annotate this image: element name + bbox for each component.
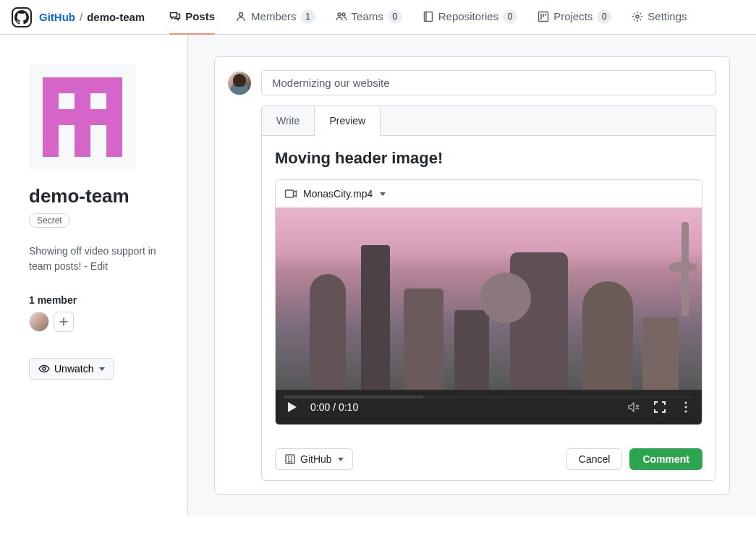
cancel-button[interactable]: Cancel [566, 448, 623, 470]
team-avatar [29, 64, 136, 171]
tab-settings[interactable]: Settings [632, 0, 687, 35]
unwatch-button[interactable]: Unwatch [29, 358, 114, 380]
team-sidebar: demo-team Secret Showing off video suppo… [0, 35, 188, 516]
video-filename: MonasCity.mp4 [303, 188, 373, 200]
more-vertical-icon[interactable] [679, 400, 693, 414]
github-logo-icon[interactable] [12, 7, 32, 27]
editor-footer: GitHub Cancel Comment [262, 438, 715, 480]
tab-write[interactable]: Write [262, 106, 315, 135]
video-controls: 0:00 / 0:10 [276, 390, 702, 424]
video-embed: MonasCity.mp4 [275, 179, 702, 425]
caret-down-icon [99, 367, 105, 371]
eye-icon [38, 363, 50, 375]
svg-point-6 [43, 367, 46, 370]
video-icon [284, 187, 297, 200]
tab-label: Projects [553, 10, 593, 22]
org-selector-button[interactable]: GitHub [275, 448, 353, 470]
tab-posts[interactable]: Posts [169, 0, 215, 35]
members-list [29, 312, 173, 332]
team-description[interactable]: Showing off video support in team posts!… [29, 244, 159, 274]
svg-rect-7 [286, 190, 294, 197]
tab-preview[interactable]: Preview [315, 106, 381, 136]
tab-label: Settings [647, 10, 687, 22]
gear-icon [632, 11, 643, 22]
preview-panel: Moving header image! MonasCity.mp4 [262, 136, 715, 438]
play-icon[interactable] [284, 400, 299, 414]
tab-label: Posts [185, 10, 215, 22]
organization-icon [284, 453, 296, 465]
svg-rect-11 [286, 455, 294, 463]
project-icon [538, 11, 549, 22]
svg-point-8 [685, 402, 687, 404]
editor-tabs: Write Preview [262, 106, 715, 136]
post-composer: Write Preview Moving header image! Monas… [214, 56, 730, 495]
preview-heading: Moving header image! [275, 149, 702, 168]
fullscreen-icon[interactable] [653, 400, 667, 414]
svg-point-0 [239, 12, 243, 16]
svg-point-9 [685, 406, 687, 409]
nav-tabs: Posts Members 1 Teams 0 Repositories 0 P… [169, 0, 687, 35]
repo-icon [422, 11, 434, 22]
caret-down-icon [380, 192, 386, 196]
team-name-heading: demo-team [29, 185, 173, 208]
tab-teams[interactable]: Teams 0 [336, 0, 402, 35]
post-title-input[interactable] [261, 70, 716, 95]
people-icon [336, 11, 347, 22]
video-time: 0:00 / 0:10 [310, 401, 358, 413]
breadcrumb-team[interactable]: demo-team [87, 11, 145, 23]
visibility-badge: Secret [29, 213, 70, 228]
plus-icon [59, 317, 69, 327]
tab-projects[interactable]: Projects 0 [538, 0, 611, 35]
tab-label: Repositories [438, 10, 498, 22]
tab-counter: 0 [388, 9, 402, 24]
svg-point-10 [685, 411, 687, 413]
main-content: Write Preview Moving header image! Monas… [188, 35, 756, 516]
breadcrumb-org-link[interactable]: GitHub [39, 11, 75, 23]
breadcrumb: GitHub / demo-team [39, 11, 145, 23]
members-count-label: 1 member [29, 294, 173, 306]
volume-muted-icon[interactable] [627, 400, 641, 414]
svg-point-2 [342, 13, 345, 16]
breadcrumb-separator: / [80, 11, 82, 23]
comment-button[interactable]: Comment [629, 448, 702, 470]
tab-label: Teams [352, 10, 383, 22]
editor-container: Write Preview Moving header image! Monas… [261, 106, 716, 481]
caret-down-icon [338, 458, 344, 461]
video-preview-frame[interactable]: 0:00 / 0:10 [276, 208, 702, 424]
tab-members[interactable]: Members 1 [235, 0, 315, 35]
svg-point-1 [338, 13, 341, 16]
tab-repositories[interactable]: Repositories 0 [422, 0, 517, 35]
tab-counter: 0 [597, 9, 611, 24]
comment-discussion-icon [169, 11, 181, 22]
tab-label: Members [251, 10, 297, 22]
org-label: GitHub [300, 453, 332, 465]
member-avatar[interactable] [29, 312, 49, 332]
unwatch-label: Unwatch [54, 363, 93, 375]
pixel-avatar-icon [43, 77, 122, 157]
svg-rect-3 [424, 12, 432, 21]
top-navigation: GitHub / demo-team Posts Members 1 Teams… [0, 0, 756, 35]
tab-counter: 0 [503, 9, 517, 24]
add-member-button[interactable] [54, 312, 74, 332]
tab-counter: 1 [301, 9, 315, 24]
author-avatar[interactable] [228, 72, 251, 95]
video-filename-bar[interactable]: MonasCity.mp4 [276, 180, 702, 208]
svg-point-5 [636, 15, 639, 18]
person-icon [235, 11, 247, 22]
